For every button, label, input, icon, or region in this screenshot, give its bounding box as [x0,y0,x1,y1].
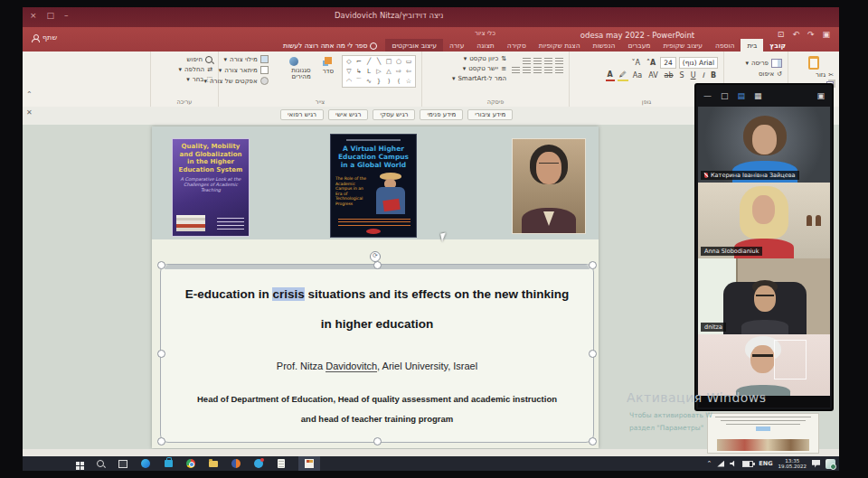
grow-font-button[interactable]: A˄ [645,59,657,68]
save-icon[interactable]: ▣ [822,30,830,39]
zoom-speaker-view-icon[interactable]: ▤ [738,91,746,100]
tab-transitions[interactable]: מעברים [621,39,656,52]
zoom-screen-share-icon[interactable]: ▣ [816,91,825,100]
tab-help[interactable]: עזרה [443,39,470,52]
line-spacing-icon[interactable] [512,66,520,73]
sensitivity-business[interactable]: רגיש עסקי [373,109,415,120]
paste-icon[interactable] [808,56,819,70]
justify-icon[interactable] [523,66,531,73]
shape-icon[interactable]: □ [386,58,392,65]
shape-icon[interactable]: ▽ [346,68,351,75]
account-name[interactable]: Davidovich Nitza/ניצה דוידוביץ [335,11,443,20]
speaker-portrait-photo[interactable] [512,138,586,234]
participant-video-2[interactable]: Anna Slobodianiuk [698,183,830,259]
resize-handle[interactable] [373,261,382,269]
shape-icon[interactable]: L [367,68,371,75]
resize-handle[interactable] [157,350,165,358]
book-cover-virtual-campus[interactable]: A Virtual Higher Education Campus in a G… [330,134,417,238]
participant-video-1[interactable]: Катерина Іванівна Зайцева [698,107,830,183]
tab-home[interactable]: בית [741,39,763,52]
notification-center-icon[interactable] [812,460,820,468]
participant-video-3[interactable]: dnitza [698,258,830,335]
resize-handle[interactable] [373,437,382,445]
tab-file[interactable]: קובץ [763,39,792,52]
store-button[interactable] [163,458,174,469]
shape-icon[interactable]: ◇ [346,58,351,65]
sensitivity-public[interactable]: מידע ציבורי [467,109,513,120]
text-direction-button[interactable]: ⇅ כיוון טקסט ▾ [452,55,506,62]
shape-icon[interactable]: ◠ [346,78,352,85]
tab-view[interactable]: תצוגה [470,39,500,52]
layout-button[interactable]: פריסה ▾ [730,59,782,68]
tell-me-box[interactable]: ספר לי מה אתה רוצה לעשות [275,39,385,52]
arrange-button[interactable]: סדר [319,57,337,75]
align-left-icon[interactable] [533,66,542,73]
undo-icon[interactable]: ↶ [792,30,799,39]
shape-icon[interactable]: ∿ [366,78,372,85]
zoom-panel[interactable]: — □ ▤ ▦ ▣ Катерина Іванівна Зайцева [694,83,834,411]
underline-button[interactable]: U [689,71,698,80]
share-button[interactable]: שתף [32,33,57,42]
shape-icon[interactable]: ⇨ [396,68,401,75]
replace-button[interactable]: ⇄ החלפה ▾ [156,66,212,73]
network-icon[interactable] [717,461,724,467]
maximize-window-icon[interactable]: □ [47,11,55,21]
tab-format-objects[interactable]: עיצוב אוביקטים [385,39,443,52]
change-case-button[interactable]: Aa [631,71,644,80]
align-right-icon[interactable] [555,66,563,73]
font-color-button[interactable]: A [606,70,615,81]
shape-icon[interactable]: ☆ [406,78,411,85]
battery-icon[interactable] [742,461,753,467]
shape-icon[interactable]: ⌒ [356,77,363,86]
shape-icon[interactable]: △ [386,68,391,75]
shape-icon[interactable]: ↳ [356,68,362,75]
tab-slideshow[interactable]: הצגת שקופיות [533,39,587,52]
shape-icon[interactable]: ⇦ [406,68,411,75]
language-indicator[interactable]: ENG [759,460,772,467]
tab-insert[interactable]: הוספה [709,39,741,52]
start-button[interactable] [72,458,83,469]
tab-review[interactable]: סקירה [501,39,533,52]
numbering-icon[interactable] [544,57,552,64]
cut-button[interactable]: ✂ גזור [794,71,834,79]
shape-icon[interactable]: ╱ [367,58,371,65]
taskbar-search-button[interactable] [95,458,106,469]
resize-handle[interactable] [589,350,597,358]
tab-design[interactable]: עיצוב שקופית [656,39,709,52]
reset-button[interactable]: ↺ איפוס [730,70,782,78]
indent-decrease-icon[interactable] [533,57,542,64]
tab-animations[interactable]: הנפשות [587,39,622,52]
italic-button[interactable]: I [701,71,706,80]
char-spacing-button[interactable]: AV [646,71,659,80]
close-pane-icon[interactable]: ✕ [26,109,33,117]
highlight-color-button[interactable]: 🖉 [618,70,628,81]
shape-icon[interactable]: ( [388,78,391,85]
indent-increase-icon[interactable] [523,57,531,64]
file-explorer-button[interactable] [208,458,219,469]
shadow-button[interactable]: S [678,71,686,80]
title-text-box[interactable]: E-education in crisis situations and its… [160,264,594,443]
font-family-select[interactable]: Arial (גוף) [679,57,718,69]
font-size-select[interactable]: 24 [660,57,676,69]
shape-icon[interactable]: ▷ [376,68,381,75]
telegram-button[interactable] [253,458,264,469]
shapes-gallery[interactable]: ▭○□╲╱⌐◇ ⇦⇨△▷L↳▽ ☆)({∿⌒◠ [342,55,416,88]
shape-icon[interactable]: ▭ [406,58,412,65]
shape-icon[interactable]: ) [398,78,401,85]
resize-handle[interactable] [157,437,165,445]
smartart-button[interactable]: המר ל-SmartArt ▾ [452,75,506,82]
tray-app-icon[interactable] [826,459,835,469]
shrink-font-button[interactable]: A˅ [630,59,642,68]
quick-styles-button[interactable]: סגנונות מהירים [273,57,315,80]
select-button[interactable]: ⬚ בחר ▾ [156,76,212,83]
clock[interactable]: 13:35 19.05.2022 [778,458,807,470]
sensitivity-internal[interactable]: מידע פנימי [420,109,463,120]
sensitivity-personal[interactable]: רגיש אישי [328,109,368,120]
shape-icon[interactable]: { [377,78,381,85]
rotate-handle[interactable]: ⟳ [370,251,381,262]
resize-handle[interactable] [589,437,597,445]
zoom-gallery-view-icon[interactable]: ▦ [754,91,762,100]
find-button[interactable]: חיפוש [156,56,212,63]
book-cover-quality-mobility[interactable]: Quality, Mobility and Globalization in t… [172,138,250,237]
browser-button[interactable] [231,458,241,469]
